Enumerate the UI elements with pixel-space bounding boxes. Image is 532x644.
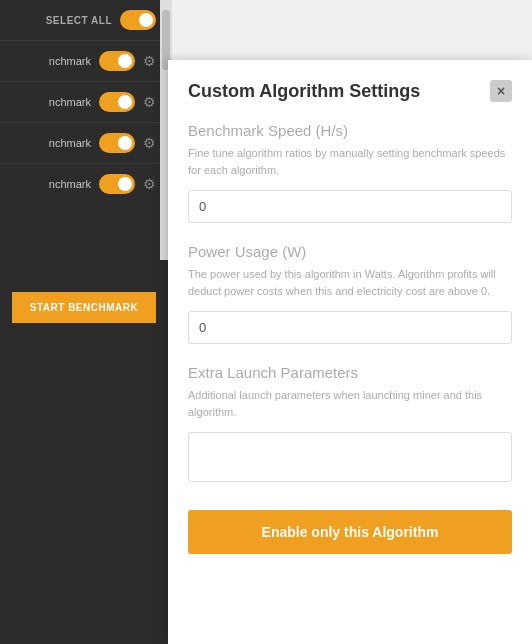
power-usage-title: Power Usage (W) [188,243,512,260]
algo-name-4: nchmark [12,178,91,190]
extra-params-desc: Additional launch parameters when launch… [188,387,512,420]
algo-row-2: nchmark ⚙ [0,81,168,122]
power-usage-section: Power Usage (W) The power used by this a… [188,243,512,364]
select-all-toggle[interactable] [120,10,156,30]
extra-params-section: Extra Launch Parameters Additional launc… [188,364,512,494]
benchmark-speed-desc: Fine tune algorithm ratios by manually s… [188,145,512,178]
gear-icon-2[interactable]: ⚙ [143,94,156,110]
benchmark-speed-input[interactable] [188,190,512,223]
enable-only-algorithm-button[interactable]: Enable only this Algorithm [188,510,512,554]
algo-toggle-2[interactable] [99,92,135,112]
gear-icon-3[interactable]: ⚙ [143,135,156,151]
algo-name-1: nchmark [12,55,91,67]
algo-toggle-1[interactable] [99,51,135,71]
modal-panel: Custom Algorithm Settings × Benchmark Sp… [168,60,532,644]
close-button[interactable]: × [490,80,512,102]
benchmark-btn-area: START BENCHMARK [0,280,168,335]
algo-name-3: nchmark [12,137,91,149]
algo-toggle-4[interactable] [99,174,135,194]
algo-row-4: nchmark ⚙ [0,163,168,204]
algo-row-3: nchmark ⚙ [0,122,168,163]
power-usage-desc: The power used by this algorithm in Watt… [188,266,512,299]
gear-icon-4[interactable]: ⚙ [143,176,156,192]
benchmark-speed-title: Benchmark Speed (H/s) [188,122,512,139]
algo-name-2: nchmark [12,96,91,108]
algo-row-1: nchmark ⚙ [0,40,168,81]
modal-header: Custom Algorithm Settings × [188,80,512,102]
algo-toggle-3[interactable] [99,133,135,153]
gear-icon-1[interactable]: ⚙ [143,53,156,69]
start-benchmark-button[interactable]: START BENCHMARK [12,292,156,323]
enable-btn-container: Enable only this Algorithm [168,494,532,570]
power-usage-input[interactable] [188,311,512,344]
select-all-label: SELECT ALL [46,15,112,26]
benchmark-speed-section: Benchmark Speed (H/s) Fine tune algorith… [188,122,512,243]
extra-params-title: Extra Launch Parameters [188,364,512,381]
modal-title: Custom Algorithm Settings [188,81,420,102]
select-all-row: SELECT ALL [0,0,168,40]
extra-params-input[interactable] [188,432,512,482]
